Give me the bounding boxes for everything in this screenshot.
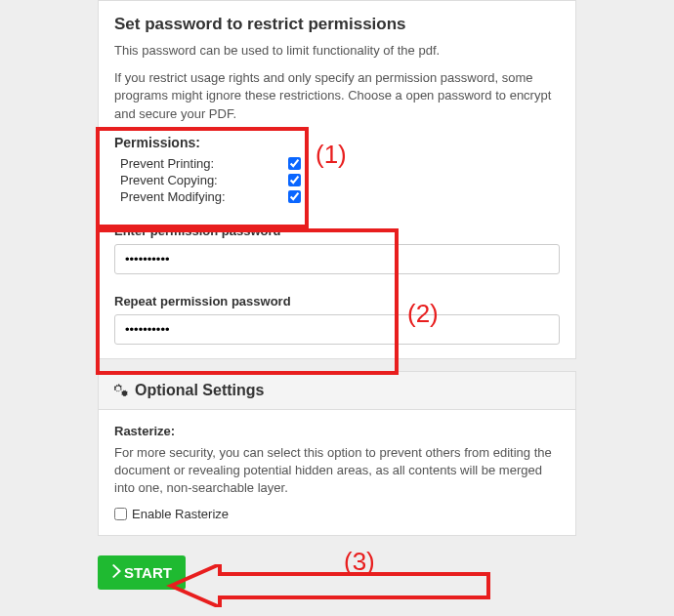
restrict-permissions-card: Set password to restrict permissions Thi… [98,0,576,359]
start-button[interactable]: START [98,555,186,590]
annotation-label-3: (3) [344,547,375,577]
optional-settings-header: Optional Settings [98,371,576,410]
permission-row: Prevent Modifying: [120,189,301,204]
start-button-label: START [124,564,172,581]
perm-label-printing: Prevent Printing: [120,156,214,171]
permissions-heading: Permissions: [114,135,560,150]
permission-row: Prevent Copying: [120,173,301,187]
repeat-password-input[interactable] [114,314,560,345]
rasterize-desc: For more security, you can select this o… [114,444,560,498]
enter-password-label: Enter permission password [114,224,560,238]
enter-password-input[interactable] [114,244,560,274]
section-desc-2: If you restrict usage rights and only sp… [114,69,560,123]
perm-checkbox-modifying[interactable] [288,190,301,203]
enable-rasterize-row: Enable Rasterize [114,507,560,521]
repeat-password-label: Repeat permission password [114,294,560,308]
perm-label-modifying: Prevent Modifying: [120,189,226,204]
optional-header-label: Optional Settings [135,382,264,399]
section-title: Set password to restrict permissions [114,15,560,34]
section-desc-1: This password can be used to limit funct… [114,42,560,60]
enable-rasterize-checkbox[interactable] [114,508,127,520]
perm-checkbox-printing[interactable] [288,157,301,170]
annotation-arrow-3 [166,564,498,607]
perm-label-copying: Prevent Copying: [120,173,218,187]
gears-icon [112,382,129,399]
enable-rasterize-label: Enable Rasterize [132,507,229,521]
chevron-right-icon [111,564,121,581]
perm-checkbox-copying[interactable] [288,174,301,186]
optional-settings-card: Rasterize: For more security, you can se… [98,410,576,537]
svg-marker-1 [171,564,488,607]
permission-row: Prevent Printing: [120,156,301,171]
rasterize-label: Rasterize: [114,424,560,438]
